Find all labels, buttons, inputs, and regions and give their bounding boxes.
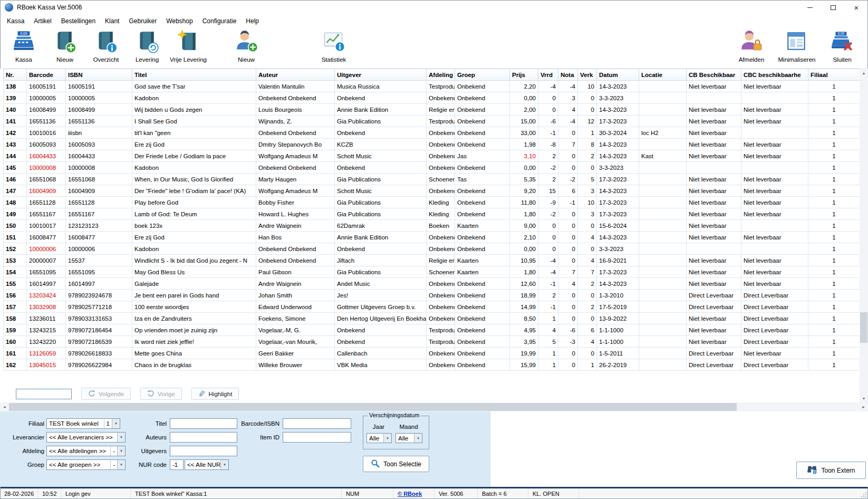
table-row[interactable]: 1391000000510000005KadobonOnbekend Onbek… (4, 92, 860, 104)
cell-cbc (741, 162, 808, 174)
column-header-verk[interactable]: Verk (578, 69, 597, 81)
nur-code-number[interactable]: -1 (170, 459, 184, 470)
table-row[interactable]: 158132360119789033131653Iza en de Zandru… (4, 313, 860, 324)
jaar-select[interactable]: Alle ▼ (367, 433, 392, 443)
column-header-barcode[interactable]: Barcode (27, 69, 66, 81)
vertical-scrollbar[interactable]: ▲ ▼ (860, 69, 868, 402)
column-header-groep[interactable]: Groep (455, 69, 510, 81)
horizontal-scroll-thumb[interactable] (9, 403, 737, 411)
toolbar-button-book-add[interactable]: Nieuw (44, 29, 85, 63)
menu-item-klant[interactable]: Klant (100, 16, 124, 26)
rboek-link[interactable]: © RBoek (393, 488, 435, 499)
column-header-filiaal[interactable]: Filiaal (808, 69, 860, 81)
afdeling-select[interactable]: << Alle afdelingen >> - ▼ (46, 446, 126, 456)
menu-item-configuratie[interactable]: Configuratie (198, 16, 242, 26)
table-row[interactable]: 160132432209789072186539Ik word niet zie… (4, 336, 860, 348)
chevron-down-icon[interactable]: ▼ (383, 434, 391, 443)
chevron-down-icon[interactable]: ▼ (414, 434, 422, 443)
horizontal-scrollbar[interactable]: ◄ ► (0, 402, 868, 411)
table-row[interactable]: 1532000000715537Windlicht S - Ik bid dat… (4, 255, 860, 266)
menu-item-kassa[interactable]: Kassa (2, 16, 29, 26)
column-header-isbn[interactable]: ISBN (66, 69, 132, 81)
column-header-afdeling[interactable]: Afdeling (427, 69, 455, 81)
leverancier-select[interactable]: << Alle Leveranciers >> ▼ (46, 432, 126, 443)
cell-filiaal: 1 (808, 174, 860, 185)
toolbar-button-logout-lock[interactable]: Afmelden (731, 29, 772, 63)
table-row[interactable]: 1511600847716008477Ere zij GodHan BosAnn… (4, 232, 860, 243)
column-header-vrrd[interactable]: Vrrd (538, 69, 558, 81)
toolbar-button-book-info[interactable]: Overzicht (85, 29, 127, 63)
menu-item-gebruiker[interactable]: Gebruiker (124, 16, 161, 26)
scroll-left-icon[interactable]: ◄ (0, 402, 9, 411)
cell-cbc: Niet leverbaar (741, 139, 808, 150)
column-header-titel[interactable]: Titel (132, 69, 256, 81)
afdeling-number: - (110, 446, 117, 456)
table-row[interactable]: 1441600443316004433Der Friede Lebe / God… (4, 150, 860, 162)
scroll-down-icon[interactable]: ▼ (860, 394, 868, 402)
column-header-prijs[interactable]: Prijs (510, 69, 538, 81)
minimize-button[interactable] (798, 0, 822, 15)
table-row[interactable]: 159132432159789072186454Op vrienden moet… (4, 324, 860, 336)
table-row[interactable]: 1551601499716014997GalejadeAndre Waignei… (4, 278, 860, 290)
chevron-down-icon[interactable]: ▼ (220, 460, 228, 469)
volgende-button[interactable]: Volgende (81, 388, 131, 400)
toolbar-button-close-register[interactable]: 0.00Sluiten (822, 29, 863, 63)
column-header-locatie[interactable]: Locatie (639, 69, 687, 81)
toon-extern-button[interactable]: Toon Extern (796, 462, 866, 479)
column-header-datum[interactable]: Datum (597, 69, 639, 81)
table-row[interactable]: 1401600849916008499Wij bidden u Gods zeg… (4, 104, 860, 116)
groep-select[interactable]: << Alle groepen >> - ▼ (46, 459, 126, 470)
highlight-button[interactable]: Highlight (191, 388, 239, 400)
toolbar-button-book-star[interactable]: Vrije Levering (168, 29, 209, 63)
resize-grip[interactable] (859, 488, 868, 499)
menu-item-help[interactable]: Help (241, 16, 264, 26)
item-id-input[interactable] (283, 432, 351, 443)
table-row[interactable]: 1521000000610000006KadobonOnbekend Onbek… (4, 243, 860, 255)
table-row[interactable]: 1471600490916004909Der "Friede" lebe ! G… (4, 185, 860, 197)
table-row[interactable]: 156132034249789023924678Je bent een pare… (4, 290, 860, 301)
table-row[interactable]: 157130329089789025771218100 eerste woord… (4, 301, 860, 313)
toon-selectie-button[interactable]: Toon Selectie (363, 456, 429, 472)
table-row[interactable]: 1381600519116005191God save the T'sarVal… (4, 81, 860, 92)
maximize-button[interactable] (822, 0, 845, 15)
table-row[interactable]: 15010010017123123123boek 123xAndre Waign… (4, 220, 860, 232)
close-button[interactable]: × (845, 0, 868, 15)
table-row[interactable]: 1461655106816551068When, in Our Music, G… (4, 174, 860, 185)
menu-item-webshop[interactable]: Webshop (161, 16, 197, 26)
column-header-auteur[interactable]: Auteur (256, 69, 335, 81)
uitgevers-input[interactable] (170, 446, 237, 456)
menu-item-artikel[interactable]: Artikel (29, 16, 56, 26)
table-row[interactable]: 14210010016iiisbntit'l kan "geenOnbekend… (4, 127, 860, 139)
filiaal-select[interactable]: TEST Boek winkel 1 ▼ (46, 418, 120, 429)
column-header-nota[interactable]: Nota (558, 69, 578, 81)
menu-item-bestellingen[interactable]: Bestellingen (56, 16, 100, 26)
vorige-button[interactable]: Vorige (140, 388, 182, 400)
table-row[interactable]: 1491655116716551167Lamb of God: Te DeumH… (4, 208, 860, 220)
nur-code-select[interactable]: << Alle NUR... ▼ (185, 459, 229, 470)
maand-select[interactable]: Alle ▼ (396, 433, 422, 443)
scroll-up-icon[interactable]: ▲ (860, 69, 868, 77)
table-row[interactable]: 1411655113616551136I Shall See GodWijnan… (4, 116, 860, 127)
column-header-nr[interactable]: Nr. (4, 69, 27, 81)
column-header-cb[interactable]: CB Beschikbaar (687, 69, 741, 81)
table-row[interactable]: 1451000000810000008KadobonOnbekend Onbek… (4, 162, 860, 174)
table-row[interactable]: 1481655112816551128Play before GodBobby … (4, 197, 860, 208)
toolbar-button-book-delivery[interactable]: Levering (127, 29, 168, 63)
barcode-isbn-input[interactable] (283, 418, 351, 429)
searchbar: Volgende Vorige Highlight (0, 385, 860, 402)
column-header-uitgever[interactable]: Uitgever (335, 69, 427, 81)
chevron-down-icon[interactable]: ▼ (112, 419, 120, 428)
table-row[interactable]: 1541655109516551095May God Bless UsPaul … (4, 266, 860, 278)
toolbar-button-customer-add[interactable]: Nieuw (226, 29, 267, 63)
table-row[interactable]: 161131260599789026618833Mette goes China… (4, 348, 860, 359)
table-row[interactable]: 162130450159789026622984Chaos in de brug… (4, 359, 860, 371)
toolbar-button-statistics[interactable]: Statistiek (313, 29, 354, 63)
toolbar-button-minimize-window[interactable]: Minimaliseren (776, 29, 817, 63)
cell-groep: Onbekend (455, 116, 510, 127)
vertical-scroll-thumb[interactable] (860, 312, 867, 343)
scroll-right-icon[interactable]: ► (859, 402, 868, 411)
toolbar-button-cash-register[interactable]: 0.00Kassa (3, 29, 44, 63)
table-row[interactable]: 1431600509316005093Ere zij GodDmitry Ste… (4, 139, 860, 150)
search-input[interactable] (16, 389, 72, 399)
column-header-cbc[interactable]: CBC beschikbaarhe (741, 69, 808, 81)
